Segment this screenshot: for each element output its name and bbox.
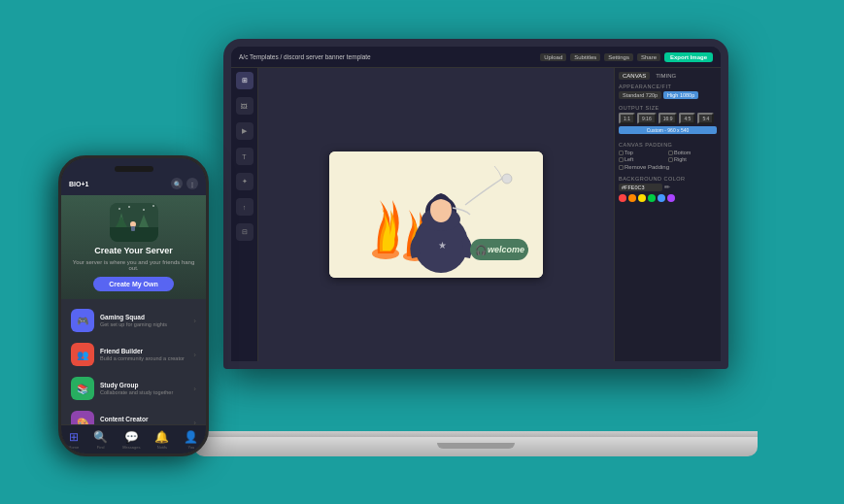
phone-server-list[interactable]: 🎮 Gaming Squad Get set up for gaming nig… [61,299,206,424]
phone-notch [115,166,153,172]
sidebar-pages-icon[interactable]: ⊟ [236,223,253,241]
tab-home-icon: ⊞ [69,430,79,444]
server-icon-content: 🎨 [71,411,94,424]
padding-bottom-checkbox[interactable] [668,151,673,155]
color-edit-icon[interactable]: ✏ [664,184,670,191]
sidebar-blocks-icon[interactable]: ⊞ [236,72,253,89]
sidebar-uploads-icon[interactable]: ↑ [236,198,253,216]
tab-find[interactable]: 🔍 Find [93,430,108,450]
server-info-friend: Friend Builder Build a community around … [100,348,187,361]
server-info-study: Study Group Collaborate and study togeth… [100,382,187,395]
server-item-content[interactable]: 🎨 Content Creator Build a community arou… [67,407,200,424]
svg-point-23 [152,205,154,207]
tab-find-icon: 🔍 [93,430,108,444]
ratio-1-1[interactable]: 1:1 [619,113,635,124]
swatch-red[interactable] [619,194,626,202]
ratio-16-9[interactable]: 16:9 [658,113,678,124]
quality-standard-btn[interactable]: Standard 720p [619,91,661,99]
swatch-blue[interactable] [658,194,665,202]
tab-timing[interactable]: TIMING [652,72,680,80]
server-info-gaming: Gaming Squad Get set up for gaming night… [100,314,187,327]
artwork-svg: ★ 🎧 welcome [329,151,543,278]
laptop: A/c Templates / discord server banner te… [194,39,758,456]
svg-point-22 [143,209,145,211]
share-button[interactable]: Share [637,53,660,61]
phone-hero-image [110,203,158,242]
sidebar-elements-icon[interactable]: ✦ [236,173,253,190]
padding-right-item[interactable]: Right [668,156,717,162]
subtitles-button[interactable]: Subtitles [570,53,600,61]
phone-search-icon[interactable]: 🔍 [171,178,183,189]
ratio-4-5[interactable]: 4:5 [679,113,695,124]
server-name-study: Study Group [100,382,187,388]
tab-messages-icon: 💬 [124,430,139,444]
server-arrow-gaming: › [193,317,196,325]
phone-hero-subtitle: Your server is where you and your friend… [69,259,198,271]
swatch-orange[interactable] [628,194,636,202]
padding-right-checkbox[interactable] [668,157,673,162]
color-swatches [619,194,717,202]
server-name-gaming: Gaming Squad [100,314,187,320]
padding-left-checkbox[interactable] [619,157,624,162]
server-item-study[interactable]: 📚 Study Group Collaborate and study toge… [67,373,200,404]
export-button[interactable]: Export Image [664,52,713,62]
tab-notifications[interactable]: 🔔 Notifs [154,430,169,450]
sidebar-videos-icon[interactable]: ▶ [236,122,253,140]
app-body: ⊞ 🖼 ▶ T ✦ ↑ ⊟ [231,68,721,361]
right-panel: CANVAS TIMING APPEARANCE/FIT Standard 72… [614,68,721,361]
server-item-gaming[interactable]: 🎮 Gaming Squad Get set up for gaming nig… [67,305,200,336]
tab-home-label: Home [69,445,80,450]
svg-point-12 [502,174,512,184]
svg-point-20 [118,208,120,210]
bg-color-label: BACKGROUND COLOR [619,176,717,182]
tab-you-label: You [188,445,195,450]
sidebar-text-icon[interactable]: T [236,148,253,165]
remove-padding-checkbox[interactable] [619,165,624,170]
svg-text:🎧: 🎧 [475,244,488,256]
phone-app-title: BIO+1 [69,181,88,187]
left-sidebar: ⊞ 🖼 ▶ T ✦ ↑ ⊟ [231,68,258,361]
ratio-9-16[interactable]: 9:16 [637,113,657,124]
phone-hero-art [110,203,158,242]
tab-home[interactable]: ⊞ Home [69,430,80,450]
padding-bottom-item[interactable]: Bottom [668,150,717,155]
server-desc-friend: Build a community around a creator [100,355,187,361]
padding-top-checkbox[interactable] [619,151,624,155]
server-icon-friend: 👥 [71,343,94,366]
ratio-5-4[interactable]: 5:4 [697,113,714,124]
tab-messages[interactable]: 💬 Messages [122,430,140,450]
color-input-row: ✏ [619,184,717,191]
bg-color-section: BACKGROUND COLOR ✏ [619,176,717,202]
tab-you[interactable]: 👤 You [184,430,198,450]
phone-tabbar: ⊞ Home 🔍 Find 💬 Messages 🔔 Notifs 👤 [61,424,206,454]
appearance-section: APPEARANCE/FIT Standard 720p High 1080p [619,84,717,99]
output-size-label: OUTPUT SIZE [619,105,717,111]
sidebar-media-icon[interactable]: 🖼 [236,97,253,115]
swatch-purple[interactable] [667,194,675,202]
server-item-friend[interactable]: 👥 Friend Builder Build a community aroun… [67,339,200,370]
canvas-area[interactable]: ★ 🎧 welcome [258,68,614,361]
padding-left-label: Left [625,156,633,162]
server-desc-gaming: Get set up for gaming nights [100,321,187,327]
server-arrow-friend: › [193,351,196,359]
settings-button[interactable]: Settings [604,53,633,61]
quality-high-btn[interactable]: High 1080p [663,91,698,99]
canvas-artwork: ★ 🎧 welcome [329,151,543,278]
remove-padding-label: Remove Padding [625,164,669,170]
server-name-content: Content Creator [100,416,187,422]
tab-messages-label: Messages [122,445,140,450]
swatch-yellow[interactable] [638,194,646,202]
remove-padding-item[interactable]: Remove Padding [619,164,717,170]
phone-menu-icon[interactable]: ⋮ [186,178,198,189]
phone-create-btn[interactable]: Create My Own [93,277,174,291]
swatch-green[interactable] [648,194,656,202]
color-hex-input[interactable] [619,184,662,191]
server-arrow-study: › [193,385,196,393]
custom-size-btn[interactable]: Custom - 960 x 540 [619,126,717,134]
tab-canvas[interactable]: CANVAS [619,72,650,80]
upload-button[interactable]: Upload [540,53,566,61]
server-icon-study: 📚 [71,377,94,400]
padding-left-item[interactable]: Left [619,156,667,162]
padding-top-item[interactable]: Top [619,150,667,155]
tab-notifications-label: Notifs [157,445,167,450]
